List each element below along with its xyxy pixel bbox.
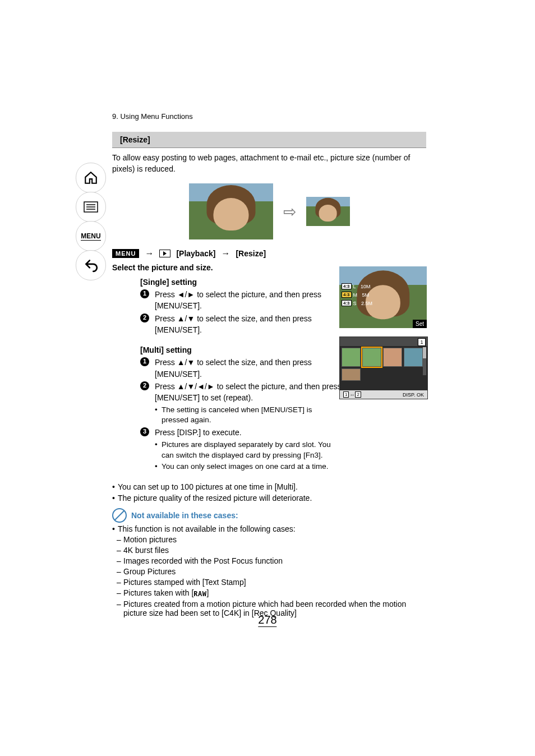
intro-text: To allow easy posting to web pages, atta… (112, 153, 426, 174)
arrow-sep-icon: → (145, 248, 154, 259)
thumbnail-selected (362, 348, 381, 367)
raw-icon: RAW (193, 590, 206, 598)
step-number-icon: 2 (140, 381, 149, 390)
menu-icon[interactable]: MENU (76, 221, 106, 251)
size-option-s: 4:3S 2.5M (342, 300, 372, 306)
step-number-icon: 2 (140, 314, 149, 322)
na-item: Pictures taken with [RAW] (112, 588, 426, 597)
note-1: You can set up to 100 pictures at one ti… (112, 482, 426, 491)
multi-step-2-note: The setting is canceled when [MENU/SET] … (155, 405, 341, 426)
not-available-list: •This function is not available in the f… (112, 524, 426, 617)
crumb-resize: [Resize] (236, 249, 266, 258)
arrow-icon: ⇨ (283, 202, 296, 221)
scrollbar (423, 347, 426, 375)
page-number: 278 (258, 614, 276, 627)
card-slot-indicator: 1 (418, 338, 426, 346)
arrow-sep-icon: → (221, 248, 230, 259)
na-item: Pictures stamped with [Text Stamp] (112, 578, 426, 587)
thumbnail-grid (340, 346, 427, 368)
thumbnail (404, 348, 423, 367)
step-number-icon: 3 (140, 427, 149, 436)
playback-icon (159, 250, 170, 257)
home-icon[interactable] (76, 163, 106, 193)
photo-before (189, 183, 273, 239)
screenshot-multi-select: 1 1↔2 DISP. OK (339, 336, 428, 399)
single-step-2: 2 Press ▲/▼ to select the size, and then… (140, 313, 345, 336)
multi-header: 1 (340, 337, 427, 346)
photo-after (306, 197, 350, 226)
sidebar: MENU (76, 163, 107, 280)
notes: You can set up to 100 pictures at one ti… (112, 482, 426, 503)
thumbnail (342, 348, 361, 367)
na-item: Images recorded with the Post Focus func… (112, 556, 426, 565)
menu-label: MENU (112, 249, 139, 258)
crumb-playback: [Playback] (176, 249, 215, 258)
menu-path: MENU → [Playback] → [Resize] (112, 248, 426, 259)
step-number-icon: 1 (140, 289, 149, 298)
thumbnail (383, 348, 402, 367)
multi-step-3: 3 Press [DISP.] to execute. Pictures are… (140, 427, 345, 472)
step-number-icon: 1 (140, 357, 149, 366)
multi-step-2: 2 Press ▲/▼/◄/► to select the picture, a… (140, 381, 345, 426)
size-option-m: 4:3M 5M (342, 292, 372, 298)
chapter-title: 9. Using Menu Functions (112, 112, 426, 121)
resize-illustration: ⇨ (112, 183, 426, 239)
na-intro: •This function is not available in the f… (112, 524, 426, 533)
not-available-title: Not available in these cases: (131, 511, 238, 520)
back-icon[interactable] (76, 250, 106, 280)
na-item: Motion pictures (112, 535, 426, 544)
single-step-1: 1 Press ◄/► to select the picture, and t… (140, 289, 345, 312)
disp-ok-label: DISP. OK (403, 392, 424, 398)
screenshot-single-size-select: 4:3L 10M 4:3M 5M 4:3S 2.5M Set (339, 266, 427, 328)
toc-icon[interactable] (76, 192, 106, 222)
note-2: The picture quality of the resized pictu… (112, 494, 426, 503)
card-switch-icon: 1↔2 (343, 391, 361, 398)
na-item: 4K burst files (112, 546, 426, 555)
multi-step-3-note2: You can only select images on one card a… (155, 462, 341, 472)
thumbnail-grid (340, 368, 427, 382)
thumbnail (342, 368, 361, 381)
size-option-l: 4:3L 10M (342, 283, 372, 289)
multi-step-3-note1: Pictures are displayed separately by car… (155, 440, 341, 461)
not-available-header: Not available in these cases: (112, 508, 426, 523)
set-label: Set (413, 320, 427, 328)
na-item: Group Pictures (112, 567, 426, 576)
size-options: 4:3L 10M 4:3M 5M 4:3S 2.5M (342, 283, 372, 306)
not-available-icon (112, 508, 127, 523)
section-heading: [Resize] (112, 132, 426, 148)
multi-footer: 1↔2 DISP. OK (340, 390, 427, 399)
multi-step-1: 1 Press ▲/▼ to select the size, and then… (140, 357, 345, 380)
